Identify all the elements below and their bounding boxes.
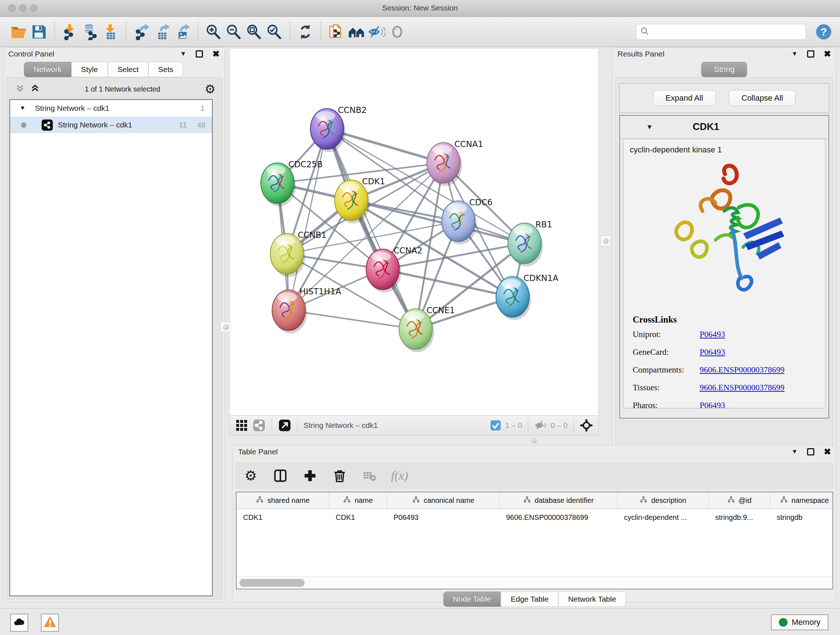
collapse-all-networks-icon[interactable]	[14, 83, 25, 95]
network-collection-row[interactable]: ▼ String Network – cdk1 1	[10, 100, 212, 117]
import-table-icon[interactable]	[101, 22, 121, 42]
export-network-icon[interactable]	[132, 22, 152, 42]
collapse-all-button[interactable]: Collapse All	[729, 90, 796, 106]
right-splitter-handle[interactable]	[600, 236, 611, 246]
tab-edge-table[interactable]: Edge Table	[501, 592, 559, 607]
edge-CCNA2-CDKN1A[interactable]	[383, 269, 513, 297]
birds-eye-view-icon[interactable]	[278, 418, 292, 432]
add-column-icon[interactable]	[302, 468, 318, 484]
cdk1-section-header[interactable]: ▼ CDK1	[620, 116, 829, 138]
horizontal-splitter-handle[interactable]	[531, 437, 537, 443]
import-network-icon[interactable]	[60, 22, 80, 42]
column-header-namespace[interactable]: namespace	[770, 492, 833, 509]
results-panel-close-icon[interactable]: ✖	[824, 50, 831, 57]
tree-expander-icon[interactable]: ▼	[19, 105, 26, 112]
crosshair-navigate-icon[interactable]	[579, 418, 593, 432]
column-header-database-identifier[interactable]: database identifier	[500, 492, 617, 509]
column-header-description[interactable]: description	[617, 492, 709, 509]
network-row-selected[interactable]: String Network – cdk1 11 48	[10, 117, 212, 133]
warnings-button[interactable]	[41, 614, 59, 632]
tab-network[interactable]: Network	[24, 62, 71, 77]
results-panel-collapse-icon[interactable]: ▼	[791, 50, 798, 57]
search-input[interactable]	[649, 28, 802, 36]
network-options-gear-icon[interactable]: ⚙	[205, 83, 216, 95]
control-panel-close-icon[interactable]: ✖	[212, 50, 219, 57]
toolbar-separator	[321, 22, 321, 42]
node-CCNE1[interactable]: CCNE1	[399, 306, 455, 352]
delete-table-icon[interactable]	[362, 468, 377, 484]
crosslinks-block: CrossLinks Uniprot:P06493GeneCard:P06493…	[633, 315, 825, 409]
open-session-icon[interactable]	[9, 22, 29, 42]
column-header--id[interactable]: @id	[709, 492, 770, 509]
function-builder-icon[interactable]: f(x)	[391, 469, 408, 483]
tab-network-table[interactable]: Network Table	[558, 592, 626, 607]
node-CCNB1[interactable]: CCNB1	[270, 230, 327, 277]
control-panel-float-icon[interactable]	[196, 50, 203, 57]
selected-checkbox-icon[interactable]	[489, 418, 502, 432]
section-expander-icon[interactable]: ▼	[646, 123, 653, 131]
control-panel-collapse-icon[interactable]: ▼	[180, 50, 186, 57]
network-node-count: 11	[179, 120, 187, 129]
node-CCNA2[interactable]: CCNA2	[366, 246, 423, 293]
search-box[interactable]	[636, 24, 806, 40]
zoom-in-icon[interactable]	[203, 22, 224, 42]
cloud-button[interactable]	[10, 614, 28, 632]
table-panel-float-icon[interactable]	[807, 448, 814, 455]
home-icon[interactable]	[347, 22, 367, 42]
column-header-name[interactable]: name	[329, 492, 387, 509]
edge-HIST1H1A-CCNE1[interactable]	[289, 310, 416, 329]
tab-sets[interactable]: Sets	[148, 62, 183, 77]
export-image-icon[interactable]	[172, 22, 193, 42]
column-type-icon	[343, 496, 351, 505]
memory-button[interactable]: Memory	[771, 614, 829, 630]
string-document-icon[interactable]	[326, 22, 347, 42]
crosslink-link[interactable]: P06493	[699, 330, 725, 339]
delete-column-icon[interactable]	[332, 468, 347, 484]
refresh-icon[interactable]	[295, 22, 316, 42]
node-RB1[interactable]: RB1	[508, 220, 552, 266]
string-view-icon[interactable]	[252, 418, 266, 432]
node-HIST1H1A[interactable]: HIST1H1A	[272, 287, 341, 333]
zoom-fit-icon[interactable]	[244, 22, 264, 42]
help-icon[interactable]: ?	[816, 24, 831, 40]
node-CDC25B[interactable]: CDC25B	[261, 160, 323, 206]
table-horizontal-scrollbar[interactable]	[237, 576, 832, 589]
tab-style[interactable]: Style	[71, 62, 108, 77]
node-label-HIST1H1A: HIST1H1A	[300, 287, 341, 296]
tab-select[interactable]: Select	[108, 62, 148, 77]
network-canvas[interactable]: CCNB2CCNA1CDC25BCDK1CDC6RB1CCNB1CCNA2CDK…	[229, 48, 599, 416]
crosslink-link[interactable]: P06493	[699, 401, 725, 409]
import-database-icon[interactable]	[80, 22, 101, 42]
table-settings-gear-icon[interactable]: ⚙	[243, 468, 259, 484]
table-panel-close-icon[interactable]: ✖	[824, 448, 831, 455]
hidden-eye-icon[interactable]	[534, 418, 548, 432]
node-CCNB2[interactable]: CCNB2	[310, 105, 367, 152]
grid-view-icon[interactable]	[235, 418, 248, 432]
column-header-canonical-name[interactable]: canonical name	[387, 492, 500, 509]
crosslink-link[interactable]: 9606.ENSP00000378699	[699, 365, 785, 375]
node-CDC6[interactable]: CDC6	[442, 198, 493, 244]
tab-string[interactable]: String	[701, 62, 747, 77]
results-panel-float-icon[interactable]	[807, 50, 814, 57]
zoom-out-icon[interactable]	[224, 22, 244, 42]
crosslink-link[interactable]: 9606.ENSP00000378699	[699, 383, 785, 393]
left-splitter-handle[interactable]	[221, 322, 231, 332]
hide-eye-icon[interactable]	[367, 22, 387, 42]
edge-CCNB2-CCNE1[interactable]	[327, 129, 416, 329]
expand-all-networks-icon[interactable]	[30, 83, 41, 95]
crosslink-link[interactable]: P06493	[699, 348, 725, 357]
table-row[interactable]: CDK1CDK1P064939606.ENSP00000378699cyclin…	[237, 509, 832, 526]
zoom-selected-icon[interactable]	[264, 22, 284, 42]
expand-all-button[interactable]: Expand All	[653, 90, 716, 106]
save-session-icon[interactable]	[29, 22, 49, 42]
tab-node-table[interactable]: Node Table	[443, 592, 501, 607]
node-CCNA1[interactable]: CCNA1	[427, 139, 483, 186]
export-table-icon[interactable]	[152, 22, 172, 42]
column-header-shared-name[interactable]: shared name	[237, 492, 329, 509]
scrollbar-thumb[interactable]	[240, 579, 305, 587]
show-columns-icon[interactable]	[272, 468, 288, 484]
show-eye-icon[interactable]	[387, 22, 407, 42]
node-CDKN1A[interactable]: CDKN1A	[496, 273, 559, 320]
table-panel-collapse-icon[interactable]: ▼	[791, 448, 798, 455]
toolbar-separator	[54, 22, 55, 42]
